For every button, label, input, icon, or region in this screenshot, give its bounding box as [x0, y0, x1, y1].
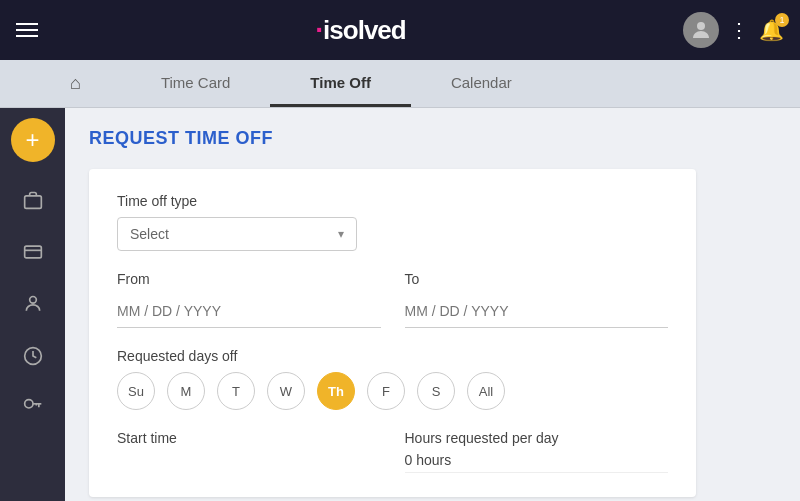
notification-badge: 1: [775, 13, 789, 27]
chevron-down-icon: ▾: [338, 227, 344, 241]
requested-days-field: Requested days off SuMTWThFSAll: [117, 348, 668, 410]
hamburger-menu[interactable]: [16, 23, 38, 37]
from-field: From: [117, 271, 381, 328]
tab-time-card-label: Time Card: [161, 74, 230, 91]
day-circle-s[interactable]: S: [417, 372, 455, 410]
time-off-type-label: Time off type: [117, 193, 668, 209]
main-layout: + REQUEST TIME OFF Time off type Se: [0, 108, 800, 501]
sidebar-item-briefcase[interactable]: [11, 178, 55, 222]
sidebar-item-clock[interactable]: [11, 334, 55, 378]
day-circle-th[interactable]: Th: [317, 372, 355, 410]
home-tab-icon[interactable]: ⌂: [70, 73, 81, 94]
svg-point-6: [24, 400, 32, 408]
logo-text: isolved: [323, 15, 406, 46]
date-range-row: From To: [117, 271, 668, 348]
notification-bell[interactable]: 🔔 1: [759, 18, 784, 42]
day-circle-all[interactable]: All: [467, 372, 505, 410]
main-content: REQUEST TIME OFF Time off type Select ▾ …: [65, 108, 720, 501]
days-row: SuMTWThFSAll: [117, 372, 668, 410]
page-title: REQUEST TIME OFF: [89, 128, 696, 149]
to-field: To: [405, 271, 669, 328]
right-panel: [720, 108, 800, 501]
hours-requested-label: Hours requested per day: [405, 430, 669, 446]
from-date-input[interactable]: [117, 295, 381, 328]
avatar[interactable]: [683, 12, 719, 48]
sidebar-item-person[interactable]: [11, 282, 55, 326]
svg-point-4: [29, 297, 36, 304]
top-nav: ·isolved ⋮ 🔔 1: [0, 0, 800, 60]
fab-icon: +: [25, 126, 39, 154]
select-placeholder: Select: [130, 226, 169, 242]
tab-calendar-label: Calendar: [451, 74, 512, 91]
tab-time-off-label: Time Off: [310, 74, 371, 91]
day-circle-su[interactable]: Su: [117, 372, 155, 410]
to-label: To: [405, 271, 669, 287]
tab-nav: ⌂ Time Card Time Off Calendar: [0, 60, 800, 108]
svg-point-0: [697, 22, 705, 30]
tab-calendar[interactable]: Calendar: [411, 60, 552, 107]
bottom-row: Start time Hours requested per day 0 hou…: [117, 430, 668, 473]
to-date-input[interactable]: [405, 295, 669, 328]
day-circle-w[interactable]: W: [267, 372, 305, 410]
sidebar-item-card[interactable]: [11, 230, 55, 274]
time-off-type-select[interactable]: Select ▾: [117, 217, 357, 251]
tab-time-off[interactable]: Time Off: [270, 60, 411, 107]
more-options-button[interactable]: ⋮: [729, 18, 749, 42]
svg-rect-1: [24, 196, 41, 209]
form-card: Time off type Select ▾ From To: [89, 169, 696, 497]
svg-rect-2: [24, 246, 41, 258]
start-time-field: Start time: [117, 430, 381, 473]
requested-days-label: Requested days off: [117, 348, 668, 364]
top-right-actions: ⋮ 🔔 1: [683, 12, 784, 48]
sidebar-item-key[interactable]: [11, 386, 55, 430]
start-time-label: Start time: [117, 430, 381, 446]
fab-add-button[interactable]: +: [11, 118, 55, 162]
tab-time-card[interactable]: Time Card: [121, 60, 270, 107]
app-logo: ·isolved: [315, 14, 405, 46]
day-circle-f[interactable]: F: [367, 372, 405, 410]
time-off-type-field: Time off type Select ▾: [117, 193, 668, 251]
hours-requested-field: Hours requested per day 0 hours: [405, 430, 669, 473]
day-circle-m[interactable]: M: [167, 372, 205, 410]
hours-value: 0 hours: [405, 452, 669, 473]
logo-dot: ·: [315, 14, 322, 46]
from-label: From: [117, 271, 381, 287]
day-circle-t[interactable]: T: [217, 372, 255, 410]
time-off-type-select-wrapper: Select ▾: [117, 217, 357, 251]
sidebar: +: [0, 108, 65, 501]
